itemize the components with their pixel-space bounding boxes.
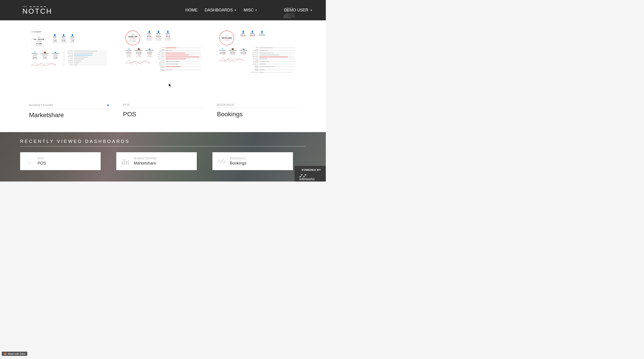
recent-name: POS <box>38 161 46 166</box>
card-divider: POS <box>123 103 204 108</box>
category-icon: 👟 <box>239 48 247 50</box>
card-thumbnail[interactable]: SU17 $576.43M ▼ 0.54% 👤 KIDS $260,700 ▲ … <box>217 29 298 101</box>
card-thumbnail[interactable]: e Analysis WI16 #3 - 14.2% in Market 47.… <box>29 29 110 101</box>
svg-point-2 <box>26 163 27 164</box>
recent-row: POS POS MARKETSHARE Marketshare BOOKINGS… <box>20 152 306 170</box>
svg-rect-11 <box>128 160 129 165</box>
kpi-circle: SU17 $576.43M ▼ 0.54% <box>219 30 234 46</box>
line-icon <box>217 157 226 166</box>
brand-name: NOTCH <box>22 8 52 15</box>
card-category: MARKETSHARE <box>29 104 54 107</box>
card-thumbnail[interactable]: WI16 $443.7M ▼ 0.45% ST: 17.24% 13.7 WOH… <box>123 29 204 101</box>
chevron-down-icon: ▼ <box>255 9 257 12</box>
category-icon: 💼 <box>228 48 237 50</box>
card-divider: BOOKINGS <box>217 103 298 108</box>
dashboard-card[interactable]: SU17 $576.43M ▼ 0.54% 👤 KIDS $260,700 ▲ … <box>217 29 298 119</box>
svg-point-6 <box>31 161 32 162</box>
card-title: POS <box>123 111 204 118</box>
kpi-circle: WI16 #3 - 14.2% in Market 47.84M Units S… <box>32 34 46 48</box>
person-icon: 👤 <box>52 34 58 36</box>
svg-point-5 <box>30 159 31 160</box>
recent-section: RECENTLY VIEWED DASHBOARDS POS POS MARKE… <box>0 132 326 182</box>
brand-logo[interactable]: THE NOTCH <box>22 6 52 15</box>
recent-header: RECENTLY VIEWED DASHBOARDS <box>20 139 306 146</box>
chevron-down-icon: ▼ <box>234 9 236 12</box>
recent-card[interactable]: MARKETSHARE Marketshare <box>116 152 197 170</box>
nav-misc[interactable]: MISC▼ <box>244 8 257 12</box>
recent-category: POS <box>38 157 46 160</box>
svg-rect-9 <box>124 159 125 165</box>
nav-dashboards[interactable]: DASHBOARDS▼ <box>204 8 236 12</box>
recent-category: BOOKINGS <box>230 157 246 160</box>
recent-name: Bookings <box>230 161 246 166</box>
recent-card[interactable]: POS POS <box>20 152 100 170</box>
interworks-logo: interworks <box>300 173 321 181</box>
card-category: POS <box>123 103 130 106</box>
person-icon: 👤 <box>240 30 246 33</box>
brand-dashes <box>30 6 46 7</box>
category-icon: 👟 <box>145 48 154 50</box>
powered-label: POWERED BY <box>300 168 321 171</box>
person-icon: 👤 <box>250 30 255 33</box>
avatar-icon <box>281 5 297 22</box>
powered-by-badge[interactable]: POWERED BY interworks <box>294 166 326 182</box>
svg-rect-8 <box>122 162 123 165</box>
person-icon: 👤 <box>70 34 75 36</box>
category-icon: 💼 <box>41 51 49 53</box>
category-icon: 👕 <box>126 48 132 50</box>
recent-card[interactable]: BOOKINGS Bookings <box>212 152 293 170</box>
navbar: THE NOTCH HOME DASHBOARDS▼ MISC▼ DEMO US… <box>0 0 326 20</box>
chevron-down-icon: ▼ <box>310 9 312 12</box>
svg-text:interworks: interworks <box>300 177 314 180</box>
person-icon: 👤 <box>259 30 265 33</box>
kpi-circle: WI16 $443.7M ▼ 0.45% ST: 17.24% 13.7 WOH <box>126 30 140 46</box>
card-title: Bookings <box>217 111 298 118</box>
person-icon: 👤 <box>61 34 66 36</box>
person-icon: 👤 <box>156 30 161 33</box>
svg-point-3 <box>27 160 28 161</box>
svg-point-4 <box>28 162 30 163</box>
scatter-icon <box>24 157 34 166</box>
recent-name: Marketshare <box>134 161 156 166</box>
person-icon: 👤 <box>146 30 152 33</box>
card-title: Marketshare <box>29 112 110 119</box>
category-icon: 👟 <box>52 51 60 53</box>
svg-point-1 <box>289 7 294 11</box>
card-category: BOOKINGS <box>217 103 234 106</box>
nav-links: HOME DASHBOARDS▼ MISC▼ <box>185 8 257 12</box>
card-divider: MARKETSHARE ★ <box>29 103 110 109</box>
category-icon: 👕 <box>32 51 38 53</box>
svg-rect-10 <box>126 161 127 165</box>
person-icon: 👤 <box>165 30 170 33</box>
svg-point-7 <box>30 164 30 164</box>
category-icon: 💼 <box>134 48 143 50</box>
dashboard-card[interactable]: e Analysis WI16 #3 - 14.2% in Market 47.… <box>29 29 110 119</box>
nav-home[interactable]: HOME <box>185 8 198 12</box>
dashboard-cards-row: e Analysis WI16 #3 - 14.2% in Market 47.… <box>0 20 326 132</box>
svg-point-0 <box>285 7 290 12</box>
star-icon[interactable]: ★ <box>106 103 110 107</box>
bars-icon <box>121 157 130 166</box>
dashboard-card[interactable]: WI16 $443.7M ▼ 0.45% ST: 17.24% 13.7 WOH… <box>123 29 204 119</box>
recent-category: MARKETSHARE <box>134 157 156 160</box>
category-icon: 👕 <box>219 48 226 50</box>
